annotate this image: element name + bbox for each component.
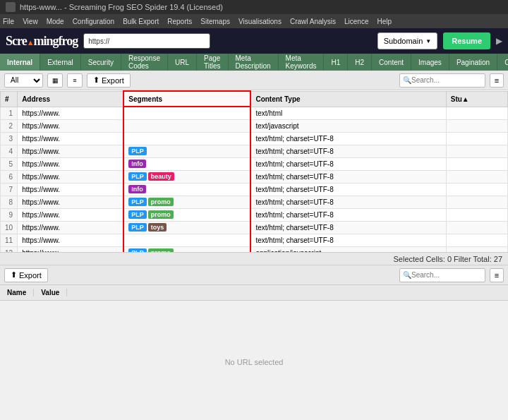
cell-status [446,208,507,221]
menubar-item-crawl analysis[interactable]: Crawl Analysis [290,18,336,25]
main-tabs: InternalExternalSecurityResponse CodesUR… [0,54,508,71]
table-row[interactable]: 12https://www.PLPpromoapplication/javasc… [1,246,508,252]
menubar-item-reports[interactable]: Reports [167,18,192,25]
tab-meta-description[interactable]: Meta Description [229,54,279,71]
tab-url[interactable]: URL [168,54,197,71]
cell-status [446,157,507,170]
menubar-item-visualisations[interactable]: Visualisations [238,18,282,25]
table-row[interactable]: 9https://www.PLPpromotext/html; charset=… [1,208,508,221]
bottom-export-label: Export [19,271,42,280]
segment-badge-beauty: beauty [148,172,174,181]
tab-security[interactable]: Security [81,54,121,71]
cell-status [446,246,507,252]
table-row[interactable]: 5https://www.Infotext/html; charset=UTF-… [1,157,508,170]
url-input[interactable] [83,33,210,49]
cell-num: 9 [1,208,18,221]
table-row[interactable]: 3https://www.text/html; charset=UTF-8 [1,132,508,145]
cell-address: https://www. [18,132,124,145]
tab-canonica---[interactable]: Canonica... [497,54,508,71]
table-row[interactable]: 4https://www.PLPtext/html; charset=UTF-8 [1,145,508,157]
segment-badge-plp: PLP [128,223,147,232]
col-segments[interactable]: Segments [123,91,250,107]
cell-num: 3 [1,132,18,145]
cell-num: 7 [1,183,18,196]
table-row[interactable]: 1https://www.text/html [1,107,508,119]
table-row[interactable]: 7https://www.Infotext/html; charset=UTF-… [1,183,508,196]
cell-address: https://www. [18,183,124,196]
search-input[interactable] [411,76,482,84]
menubar-item-configuration[interactable]: Configuration [73,18,114,25]
main-table-area: # Address Segments Content Type Stu▲ 1ht… [0,90,508,253]
bottom-export-button[interactable]: ⬆ Export [4,268,48,282]
table-row[interactable]: 6https://www.PLPbeautytext/html; charset… [1,170,508,183]
bottom-search-icon: 🔍 [403,271,411,279]
col-status[interactable]: Stu▲ [446,91,507,107]
data-table-wrap[interactable]: # Address Segments Content Type Stu▲ 1ht… [0,90,508,252]
cell-address: https://www. [18,107,124,119]
cell-num: 2 [1,119,18,132]
cell-num: 8 [1,196,18,208]
menubar-item-mode[interactable]: Mode [47,18,64,25]
tab-content[interactable]: Content [372,54,411,71]
tab-internal[interactable]: Internal [0,54,40,71]
main-status-bar: Selected Cells: 0 Filter Total: 27 [0,253,508,265]
resume-button[interactable]: Resume [443,32,490,49]
no-url-message: No URL selected [0,301,508,420]
cell-num: 11 [1,234,18,246]
cell-address: https://www. [18,246,124,252]
table-row[interactable]: 11https://www.text/html; charset=UTF-8 [1,234,508,246]
segment-badge-plp: PLP [128,198,147,206]
menubar-item-help[interactable]: Help [377,18,392,25]
tab-h2[interactable]: H2 [348,54,372,71]
table-row[interactable]: 8https://www.PLPpromotext/html; charset=… [1,196,508,208]
titlebar-text: https-www... - Screaming Frog SEO Spider… [20,3,223,11]
tab-meta-keywords[interactable]: Meta Keywords [279,54,325,71]
tab-external[interactable]: External [40,54,81,71]
cell-content-type: text/html; charset=UTF-8 [250,196,446,208]
cell-content-type: text/html; charset=UTF-8 [250,145,446,157]
subdomain-button[interactable]: Subdomain ▼ [377,32,438,49]
menubar-item-file[interactable]: File [3,18,14,25]
table-row[interactable]: 2https://www.text/javascript [1,119,508,132]
cell-content-type: text/html; charset=UTF-8 [250,170,446,183]
list-view-icon[interactable]: ≡ [67,73,83,88]
grid-view-icon[interactable]: ▦ [47,73,63,88]
cell-content-type: text/html; charset=UTF-8 [250,157,446,170]
export-icon: ⬆ [93,76,99,85]
cell-num: 10 [1,221,18,234]
col-address[interactable]: Address [18,91,124,107]
export-button[interactable]: ⬆ Export [87,73,131,88]
columns-settings-icon[interactable]: ≡ [490,73,504,88]
cell-num: 4 [1,145,18,157]
menubar-item-licence[interactable]: Licence [344,18,368,25]
tab-images[interactable]: Images [411,54,449,71]
cell-segments: PLPbeauty [123,170,250,183]
menubar: FileViewModeConfigurationBulk ExportRepo… [0,14,508,28]
menubar-item-view[interactable]: View [23,18,38,25]
filter-select[interactable]: All [4,73,43,88]
segment-badge-plp: PLP [128,172,147,181]
app-icon [6,2,16,12]
toolbar-right-arrow-icon[interactable]: ▶ [496,36,502,46]
filterbar: All ▦ ≡ ⬆ Export 🔍 ≡ [0,71,508,90]
cell-content-type: application/javascript [250,246,446,252]
table-row[interactable]: 10https://www.PLPtoystext/html; charset=… [1,221,508,234]
menubar-item-bulk export[interactable]: Bulk Export [123,18,159,25]
export-label: Export [102,76,124,85]
cell-content-type: text/html; charset=UTF-8 [250,183,446,196]
cell-content-type: text/html; charset=UTF-8 [250,208,446,221]
bottom-search-input[interactable] [411,271,482,279]
col-content-type[interactable]: Content Type [250,91,446,107]
tab-pagination[interactable]: Pagination [449,54,497,71]
tab-response-codes[interactable]: Response Codes [121,54,168,71]
cell-status [446,196,507,208]
cell-segments: PLPpromo [123,208,250,221]
cell-status [446,132,507,145]
bottom-columns-icon[interactable]: ≡ [490,268,504,282]
cell-segments [123,132,250,145]
tab-h1[interactable]: H1 [324,54,348,71]
menubar-item-sitemaps[interactable]: Sitemaps [200,18,230,25]
tab-page-titles[interactable]: Page Titles [197,54,229,71]
cell-address: https://www. [18,234,124,246]
cell-num: 12 [1,246,18,252]
